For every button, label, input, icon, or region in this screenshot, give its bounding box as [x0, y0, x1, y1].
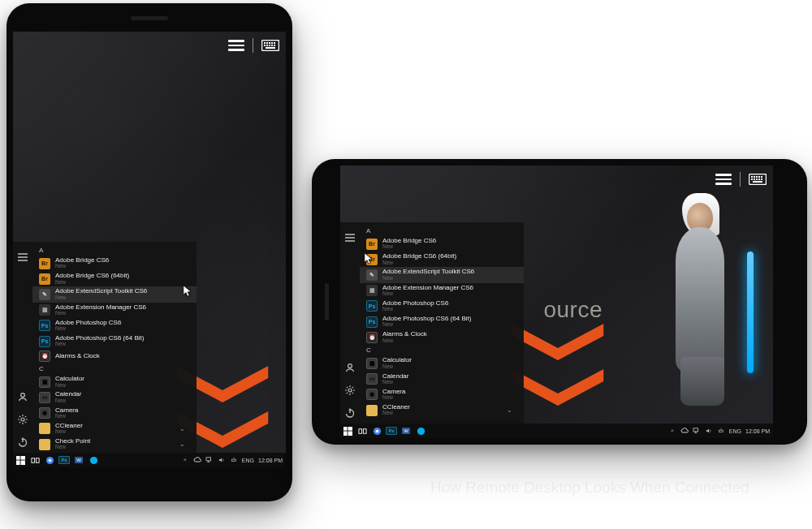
safe-remove-icon[interactable]: [717, 427, 725, 435]
svg-rect-33: [751, 178, 753, 180]
svg-rect-18: [16, 460, 20, 465]
app-label: Adobe Photoshop CS6 (64 Bit): [382, 316, 471, 322]
mouse-cursor: [365, 253, 373, 264]
app-item[interactable]: BrAdobe Bridge CS6New: [360, 236, 524, 252]
app-item[interactable]: PsAdobe Photoshop CS6 (64 Bit)New: [32, 333, 197, 349]
app-item[interactable]: CCleanerNew⌄: [32, 421, 197, 437]
app-icon: [39, 423, 50, 434]
settings-icon[interactable]: [344, 385, 356, 396]
app-item[interactable]: BrAdobe Bridge CS6New: [32, 256, 197, 271]
user-icon[interactable]: [17, 391, 28, 402]
power-icon[interactable]: [344, 407, 356, 419]
app-icon: ▦: [366, 285, 378, 296]
app-item[interactable]: ▭CalendarNew: [32, 389, 197, 405]
app-item[interactable]: BrAdobe Bridge CS6 (64bit)New: [32, 271, 197, 286]
app-item[interactable]: Check PointNew⌄: [32, 437, 197, 452]
app-item[interactable]: ◉CameraNew: [32, 406, 197, 421]
network-icon[interactable]: [205, 456, 214, 464]
app-item[interactable]: ▦Adobe Extension Manager CS6New: [360, 283, 524, 299]
network-icon[interactable]: [693, 427, 701, 435]
svg-rect-38: [753, 181, 762, 183]
list-section-header[interactable]: A: [360, 226, 524, 236]
app-icon: ▭: [39, 392, 50, 403]
remote-menu-icon[interactable]: [228, 40, 244, 51]
app-item[interactable]: ⏰Alarms & Clock: [32, 349, 197, 363]
svg-point-13: [21, 418, 24, 421]
app-icon: ◉: [366, 389, 378, 400]
app-item[interactable]: ▦CalculatorNew: [32, 374, 197, 389]
photoshop-tb-icon[interactable]: Ps: [57, 453, 71, 467]
svg-rect-52: [693, 428, 698, 432]
clock[interactable]: 12:08 PM: [745, 428, 770, 434]
app-item[interactable]: CCleanerNew⌄: [360, 402, 524, 418]
app-item[interactable]: PsAdobe Photoshop CS6 (64 Bit)New: [360, 314, 524, 329]
app-item[interactable]: ▦Adobe Extension Manager CS6New: [32, 303, 197, 318]
volume-icon[interactable]: [705, 427, 713, 435]
skype-icon[interactable]: [413, 424, 428, 438]
app-item[interactable]: ✎Adobe ExtendScript Toolkit CS6New: [32, 286, 197, 302]
settings-icon[interactable]: [17, 414, 28, 425]
svg-rect-34: [754, 178, 755, 180]
start-button[interactable]: [340, 424, 355, 438]
app-label: Adobe Extension Manager CS6: [382, 285, 473, 291]
photoshop-tb-icon[interactable]: Ps: [384, 424, 399, 438]
start-button[interactable]: [13, 453, 28, 467]
chrome-icon[interactable]: [42, 453, 57, 467]
list-section-header[interactable]: C: [32, 363, 197, 374]
new-badge: New: [382, 276, 474, 282]
svg-rect-47: [358, 428, 361, 433]
cloud-icon[interactable]: [680, 427, 689, 435]
app-icon: ⏰: [366, 332, 378, 343]
cloud-icon[interactable]: [193, 456, 201, 464]
app-item[interactable]: ⏰Alarms & ClockNew: [360, 329, 524, 345]
language-indicator[interactable]: ENG: [242, 458, 254, 463]
new-badge: New: [382, 380, 408, 385]
app-item[interactable]: ✎Adobe ExtendScript Toolkit CS6New: [360, 267, 524, 282]
taskview-icon[interactable]: [355, 424, 369, 438]
app-icon: [39, 439, 50, 450]
app-icon: ✎: [366, 269, 378, 281]
power-icon[interactable]: [17, 437, 28, 448]
clock[interactable]: 12:08 PM: [258, 458, 283, 463]
chrome-icon[interactable]: [369, 424, 384, 438]
app-item[interactable]: ◉CameraNew: [360, 387, 524, 402]
keyboard-icon[interactable]: [261, 40, 279, 51]
hamburger-rail-icon[interactable]: [17, 252, 28, 263]
app-icon: ◉: [39, 407, 50, 419]
word-tb-icon[interactable]: W: [399, 424, 413, 438]
chevron-down-icon: ⌄: [179, 425, 190, 432]
list-section-header[interactable]: C: [360, 345, 524, 355]
svg-rect-48: [363, 428, 366, 433]
language-indicator[interactable]: ENG: [729, 428, 741, 434]
remote-menu-icon[interactable]: [715, 174, 732, 185]
phone-landscape: ource: [312, 159, 807, 445]
volume-icon[interactable]: [218, 456, 226, 464]
taskview-icon[interactable]: [28, 453, 42, 467]
hamburger-rail-icon[interactable]: [344, 232, 356, 243]
svg-rect-53: [719, 430, 723, 432]
app-item[interactable]: ▦CalculatorNew: [360, 355, 524, 371]
safe-remove-icon[interactable]: [230, 456, 238, 464]
chevron-down-icon: ⌄: [507, 406, 517, 414]
tray-up-icon[interactable]: ^: [181, 456, 189, 464]
app-item[interactable]: BrAdobe Bridge CS6 (64bit)New: [360, 252, 524, 267]
svg-rect-17: [20, 456, 25, 460]
app-label: Adobe ExtendScript Toolkit CS6: [382, 269, 474, 275]
word-tb-icon[interactable]: W: [71, 453, 86, 467]
app-item[interactable]: PsAdobe Photoshop CS6New: [360, 299, 524, 314]
app-list: ABrAdobe Bridge CS6NewBrAdobe Bridge CS6…: [360, 222, 524, 424]
app-icon: Br: [366, 239, 378, 250]
svg-rect-46: [348, 431, 352, 436]
keyboard-icon[interactable]: [749, 174, 767, 185]
tray-up-icon[interactable]: ^: [668, 427, 676, 435]
start-rail: [13, 242, 32, 453]
app-item[interactable]: PsAdobe Photoshop CS6New: [32, 318, 197, 333]
phone-portrait: ABrAdobe Bridge CS6NewBrAdobe Bridge CS6…: [6, 3, 292, 501]
user-icon[interactable]: [344, 362, 356, 373]
new-badge: New: [55, 414, 78, 419]
list-section-header[interactable]: A: [32, 245, 197, 256]
app-item[interactable]: ▭CalendarNew: [360, 372, 524, 387]
svg-rect-43: [343, 427, 348, 431]
svg-point-40: [348, 389, 352, 392]
skype-icon[interactable]: [86, 453, 101, 467]
